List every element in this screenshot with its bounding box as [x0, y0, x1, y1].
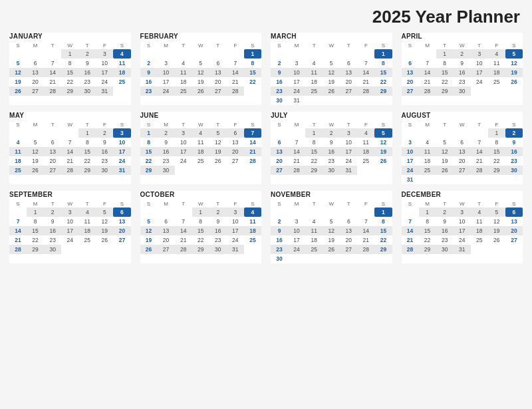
day-header: T: [340, 200, 357, 207]
calendar-day: 17: [227, 226, 244, 235]
day-header: T: [436, 200, 454, 207]
calendar-day: 29: [488, 166, 505, 175]
calendar-day: 5: [323, 217, 340, 226]
calendar-day: 8: [419, 217, 436, 226]
calendar-day: 30: [454, 86, 471, 96]
calendar-day: 31: [288, 96, 305, 105]
calendar-day: 27: [27, 86, 44, 96]
calendar-day: 6: [271, 138, 288, 147]
calendar-day: [158, 207, 175, 217]
calendar-day: 7: [61, 138, 78, 147]
calendar-day: 9: [44, 217, 61, 226]
calendar-day: [244, 166, 261, 175]
calendar-day: 15: [419, 226, 436, 235]
month-table: SMTWTFS123456789101112131415161718192021…: [9, 121, 131, 175]
calendar-day: 16: [44, 226, 61, 235]
calendar-day: 26: [505, 77, 523, 86]
calendar-day: 26: [96, 235, 113, 245]
calendar-day: [357, 207, 374, 217]
calendar-day: 28: [175, 245, 192, 254]
calendar-day: [436, 128, 454, 138]
calendar-day: [323, 254, 340, 263]
calendar-day: 3: [402, 138, 419, 147]
calendar-day: 22: [374, 235, 392, 245]
calendar-day: 10: [340, 138, 357, 147]
calendar-day: 25: [9, 166, 27, 175]
calendar-day: 9: [454, 59, 471, 68]
calendar-day: [175, 166, 192, 175]
calendar-day: [113, 245, 130, 254]
calendar-day: 5: [9, 59, 27, 68]
calendar-day: 10: [454, 217, 471, 226]
calendar-day: 18: [357, 147, 374, 156]
month-name: JUNE: [140, 112, 262, 119]
calendar-day: 2: [140, 59, 158, 68]
calendar-day: 11: [244, 217, 261, 226]
day-header: T: [78, 42, 96, 49]
calendar-day: 26: [209, 156, 227, 166]
day-header: T: [305, 200, 323, 207]
calendar-day: 29: [27, 245, 44, 254]
month-table: SMTWTFS123456789101112131415161718192021…: [402, 200, 523, 254]
calendar-day: 11: [419, 147, 436, 156]
calendar-day: 11: [488, 59, 505, 68]
calendar-day: 13: [402, 68, 419, 77]
calendar-day: 29: [374, 86, 392, 96]
calendar-day: 11: [305, 226, 323, 235]
day-header: M: [158, 42, 175, 49]
day-header: S: [374, 42, 392, 49]
calendar-day: 1: [419, 207, 436, 217]
month-block: JANUARYSMTWTFS12345678910111213141516171…: [9, 33, 131, 105]
calendar-day: 7: [227, 59, 244, 68]
day-header: T: [305, 121, 323, 128]
calendar-day: 30: [96, 166, 113, 175]
calendar-day: [505, 245, 523, 254]
day-header: W: [61, 42, 78, 49]
calendar-day: 30: [271, 96, 288, 105]
calendar-day: 23: [271, 245, 288, 254]
calendar-day: 25: [488, 77, 505, 86]
calendar-day: [305, 96, 323, 105]
calendar-day: 14: [9, 226, 27, 235]
calendar-day: 28: [227, 86, 244, 96]
month-table: SMTWTFS123456789101112131415161718192021…: [140, 42, 262, 96]
calendar-day: [27, 128, 44, 138]
calendar-day: 12: [9, 68, 27, 77]
calendar-day: 27: [505, 235, 523, 245]
calendar-day: 3: [454, 207, 471, 217]
calendar-day: 2: [44, 207, 61, 217]
day-header: W: [323, 200, 340, 207]
calendar-day: 31: [340, 166, 357, 175]
calendar-day: 14: [227, 68, 244, 77]
month-block: DECEMBERSMTWTFS1234567891011121314151617…: [402, 191, 523, 263]
calendar-day: [419, 128, 436, 138]
calendar-day: 3: [288, 59, 305, 68]
calendar-day: 19: [27, 156, 44, 166]
calendar-day: 1: [374, 207, 392, 217]
calendar-day: 8: [374, 59, 392, 68]
calendar-day: 30: [505, 166, 523, 175]
calendar-day: [288, 254, 305, 263]
calendar-day: 12: [96, 217, 113, 226]
day-header: T: [340, 121, 357, 128]
calendar-day: 10: [402, 147, 419, 156]
calendar-day: 4: [244, 207, 261, 217]
calendar-day: 24: [454, 235, 471, 245]
calendar-day: 4: [419, 138, 436, 147]
calendar-day: 20: [505, 226, 523, 235]
calendar-day: 23: [78, 77, 96, 86]
calendar-day: 11: [175, 68, 192, 77]
calendar-day: 4: [78, 207, 96, 217]
calendar-day: 20: [27, 77, 44, 86]
calendar-day: 6: [505, 207, 523, 217]
calendar-day: 24: [96, 77, 113, 86]
calendar-day: 9: [436, 217, 454, 226]
day-header: S: [374, 200, 392, 207]
calendar-day: [61, 128, 78, 138]
calendar-day: 10: [227, 217, 244, 226]
calendar-day: 17: [340, 147, 357, 156]
month-table: SMTWTFS123456789101112131415161718192021…: [140, 200, 262, 254]
calendar-day: 14: [357, 226, 374, 235]
calendar-day: [44, 49, 61, 59]
calendar-day: 27: [209, 86, 227, 96]
